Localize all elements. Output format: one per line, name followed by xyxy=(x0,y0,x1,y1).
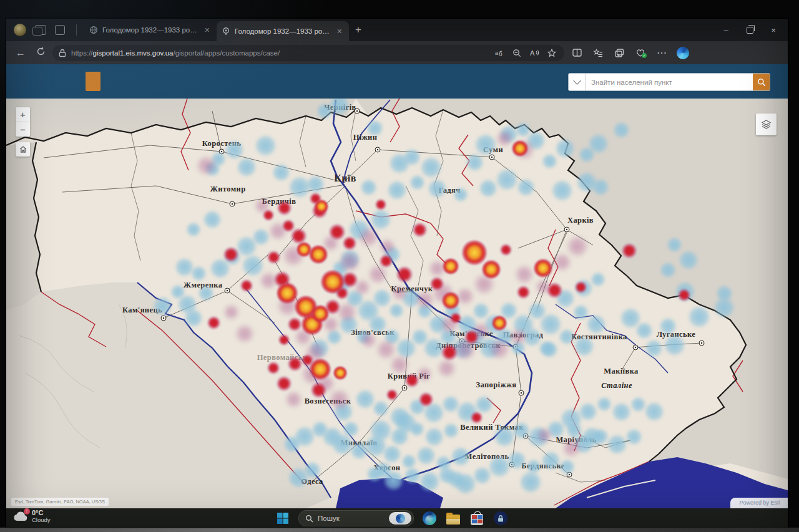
city-marker xyxy=(633,345,639,351)
edge-taskbar-button[interactable] xyxy=(421,510,438,526)
workspaces-icon[interactable] xyxy=(35,25,46,35)
place-search xyxy=(568,73,770,91)
map-label: Луганське xyxy=(657,330,696,339)
home-icon xyxy=(19,145,27,153)
map-label: Кременчук xyxy=(391,284,433,294)
map-label: Мелітополь xyxy=(465,452,509,462)
city-marker xyxy=(355,109,360,114)
map-label: Ніжин xyxy=(353,133,378,142)
svg-text:б: б xyxy=(499,51,502,57)
minimize-button[interactable]: – xyxy=(715,22,737,38)
divider xyxy=(76,24,77,36)
globe-favicon-icon xyxy=(89,26,98,34)
browser-essentials-button[interactable]: ✓ xyxy=(632,45,649,61)
map-label: Великий Токмак xyxy=(460,423,524,432)
windows-taskbar: ! 0°C Cloudy Пошук xyxy=(6,508,788,528)
profile-avatar[interactable] xyxy=(14,24,26,36)
tab-actions-icon[interactable] xyxy=(55,25,65,35)
search-dropdown-button[interactable] xyxy=(569,74,586,90)
lock-app-icon xyxy=(494,511,507,525)
start-button[interactable] xyxy=(275,510,291,526)
map-label: Чернігів xyxy=(324,103,356,112)
more-button[interactable]: ⋯ xyxy=(653,45,670,61)
monitor-screen: Голодомор 1932—1933 років в × Голодомор … xyxy=(6,19,788,528)
tab-holodomor-2-active[interactable]: Голодомор 1932—1933 років в × xyxy=(217,21,349,41)
zoom-in-button[interactable]: + xyxy=(16,107,30,122)
city-marker xyxy=(699,341,705,346)
file-explorer-button[interactable] xyxy=(445,510,461,526)
url-scheme: https:// xyxy=(71,49,93,57)
svg-text:a: a xyxy=(495,50,498,56)
back-button[interactable]: ← xyxy=(12,47,29,59)
lock-app-button[interactable] xyxy=(493,510,509,526)
weather-alert-badge: ! xyxy=(24,508,30,515)
map-label: Бердичів xyxy=(262,197,297,206)
app-header xyxy=(6,64,788,99)
map-label: Вознесеньск xyxy=(305,397,351,406)
url-domain: gisportal1.eis.mvs.gov.ua xyxy=(93,49,174,57)
tab-close-button[interactable]: × xyxy=(203,25,212,35)
search-submit-button[interactable] xyxy=(753,74,770,90)
bing-button[interactable] xyxy=(389,512,411,525)
map-pin-favicon-icon xyxy=(222,27,230,36)
city-marker xyxy=(402,385,408,391)
store-icon xyxy=(471,514,483,525)
copilot-button[interactable] xyxy=(674,45,692,61)
app-logo-button[interactable] xyxy=(86,72,100,91)
favorite-star-icon[interactable] xyxy=(546,47,558,59)
taskbar-search[interactable]: Пошук xyxy=(298,510,414,526)
place-search-input[interactable] xyxy=(586,74,753,90)
chevron-down-icon xyxy=(573,77,581,85)
translate-icon[interactable]: aб xyxy=(493,47,506,59)
favorites-hub-button[interactable] xyxy=(589,45,607,61)
weather-temp: 0°C xyxy=(32,509,51,516)
city-marker xyxy=(523,433,529,439)
map-label: Кривий Ріг xyxy=(388,372,430,381)
home-button[interactable] xyxy=(16,142,30,157)
restore-icon xyxy=(747,27,753,34)
map-label: Суми xyxy=(483,145,503,155)
city-marker xyxy=(513,344,519,350)
webpage: ЧернігівКоростеньНіжинСумиКиївЖитомирБер… xyxy=(6,64,788,508)
map-label: Запоріжжя xyxy=(476,380,516,390)
search-icon xyxy=(757,78,766,87)
weather-widget[interactable]: ! 0°C Cloudy xyxy=(12,509,51,523)
lock-icon xyxy=(59,49,66,57)
refresh-button[interactable] xyxy=(32,47,49,59)
map-label: Миколаїв xyxy=(341,438,378,448)
address-bar[interactable]: https://gisportal1.eis.mvs.gov.ua/gispor… xyxy=(52,45,564,61)
read-aloud-icon[interactable]: A xyxy=(528,47,541,59)
url-text: https://gisportal1.eis.mvs.gov.ua/gispor… xyxy=(71,49,488,57)
layers-icon xyxy=(761,119,772,130)
zoom-out-button[interactable]: − xyxy=(16,122,30,137)
weather-condition: Cloudy xyxy=(32,516,51,523)
zoom-out-page-icon[interactable] xyxy=(511,47,523,59)
svg-text:A: A xyxy=(530,49,535,57)
cloud-icon: ! xyxy=(12,510,29,523)
city-marker xyxy=(375,147,381,153)
restore-button[interactable] xyxy=(739,22,760,38)
edge-icon xyxy=(423,511,436,525)
map[interactable]: ЧернігівКоростеньНіжинСумиКиївЖитомирБер… xyxy=(6,99,788,508)
windows-icon xyxy=(277,512,289,525)
store-app-button[interactable] xyxy=(469,510,485,526)
new-tab-button[interactable]: + xyxy=(349,22,368,37)
layers-button[interactable] xyxy=(756,114,777,135)
tab-title: Голодомор 1932—1933 років в xyxy=(102,26,199,34)
close-button[interactable]: × xyxy=(763,22,784,38)
split-screen-button[interactable] xyxy=(568,45,586,61)
map-labels-layer: ЧернігівКоростеньНіжинСумиКиївЖитомирБер… xyxy=(6,99,788,508)
refresh-icon xyxy=(36,47,46,56)
map-label: Херсон xyxy=(374,463,401,473)
city-marker xyxy=(489,155,495,160)
taskbar-search-label: Пошук xyxy=(318,515,340,522)
city-marker xyxy=(219,149,225,155)
collections-button[interactable] xyxy=(610,45,628,61)
map-label: Харків xyxy=(567,216,594,225)
map-label: Маріуполь xyxy=(556,435,596,445)
map-label: Павлоград xyxy=(503,331,544,340)
map-attribution: Esri, TomTom, Garmin, FAO, NOAA, USGS xyxy=(11,498,109,506)
tab-close-button[interactable]: × xyxy=(335,26,344,36)
map-zoom-control: + − xyxy=(16,107,30,137)
tab-holodomor-1[interactable]: Голодомор 1932—1933 років в × xyxy=(84,21,217,39)
